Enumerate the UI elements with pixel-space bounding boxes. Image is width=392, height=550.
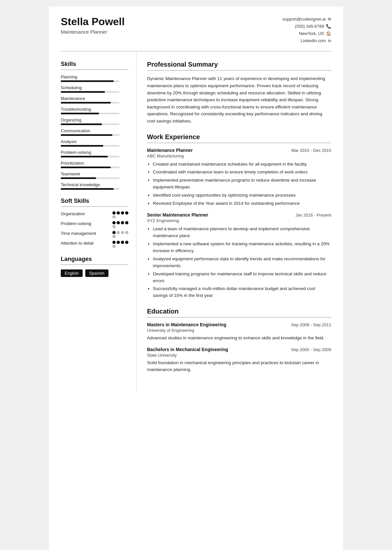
phone-text: (555) 345-6789 — [295, 23, 324, 30]
job-title: Maintenance Planner — [147, 148, 193, 153]
job-date: Jan 2016 - Present — [295, 213, 331, 218]
dots — [112, 241, 128, 248]
header-right: support@cvdesigner.ai ✉ (555) 345-6789 📞… — [283, 16, 331, 44]
header-left: Stella Powell Maintenance Planner — [61, 16, 125, 35]
education-entry: Bachelors in Mechanical Engineering Sep … — [147, 347, 331, 373]
dot — [112, 231, 116, 234]
dot — [112, 211, 116, 215]
summary-divider — [147, 70, 331, 71]
linkedin-text: LinkedIn.com — [301, 37, 326, 44]
edu-school: University of Engineering — [147, 328, 331, 333]
skill-bar-fill — [61, 123, 102, 125]
edu-school: State University — [147, 353, 331, 358]
dot — [125, 241, 128, 244]
skill-name: Scheduling — [61, 85, 128, 90]
dot — [121, 211, 124, 215]
dots-row — [112, 221, 128, 224]
job-bullet: Implemented a new software system for tr… — [153, 241, 331, 254]
summary-title: Professional Summary — [147, 61, 331, 68]
dots-row — [112, 241, 128, 244]
skill-bar-fill — [61, 167, 111, 168]
edu-desc: Advanced studies in maintenance engineer… — [147, 335, 331, 342]
soft-skill-item: Problem-solving — [61, 221, 128, 228]
phone-row: (555) 345-6789 📞 — [283, 23, 331, 30]
education-entry: Masters in Maintenance Engineering Sep 2… — [147, 322, 331, 342]
home-icon: 🏠 — [326, 30, 331, 37]
job-bullet: Lead a team of maintenance planners to d… — [153, 226, 331, 239]
languages-section-title: Languages — [61, 256, 128, 263]
skill-name: Problem-solving — [61, 150, 128, 155]
skills-list: Planning Scheduling Maintenance Troubles… — [61, 74, 128, 190]
job-bullet: Implemented preventative maintenance pro… — [153, 177, 331, 191]
summary-section: Professional Summary Dynamic Maintenance… — [147, 61, 331, 124]
dots — [112, 231, 128, 238]
dot — [117, 221, 120, 224]
skill-item: Planning — [61, 74, 128, 82]
job-header: Maintenance Planner Mar 2010 - Dec 2015 — [147, 148, 331, 153]
job-title: Senior Maintenance Planner — [147, 212, 208, 218]
skill-item: Analysis — [61, 139, 128, 147]
dots-row — [112, 211, 128, 215]
job-bullet: Received Employee of the Year award in 2… — [153, 200, 331, 207]
dot — [121, 221, 124, 224]
skill-bar-fill — [61, 102, 111, 104]
dot — [121, 241, 124, 244]
skill-name: Maintenance — [61, 96, 128, 101]
edu-degree: Masters in Maintenance Engineering — [147, 322, 226, 327]
dot — [112, 241, 116, 244]
skill-name: Teamwork — [61, 171, 128, 176]
skill-bar-fill — [61, 145, 103, 147]
dots-row — [112, 231, 128, 234]
skill-name: Planning — [61, 74, 128, 79]
skill-bar-bg — [61, 156, 120, 157]
skill-bar-bg — [61, 113, 120, 114]
dot — [125, 221, 128, 224]
skill-name: Prioritization — [61, 161, 128, 166]
candidate-title: Maintenance Planner — [61, 29, 125, 35]
dot — [117, 241, 120, 244]
dot — [112, 215, 116, 218]
skill-bar-bg — [61, 123, 120, 125]
skill-name: Troubleshooting — [61, 107, 128, 112]
email-text: support@cvdesigner.ai — [283, 16, 326, 23]
job-bullet: Created and maintained maintenance sched… — [153, 161, 331, 168]
skill-bar-fill — [61, 177, 96, 179]
dot — [112, 225, 116, 228]
skill-name: Organizing — [61, 118, 128, 122]
soft-skill-item: Time management — [61, 231, 128, 238]
skill-item: Prioritization — [61, 161, 128, 168]
skill-bar-fill — [61, 91, 105, 93]
location-text: NewYork, US — [299, 30, 324, 37]
summary-text: Dynamic Maintenance Planner with 11 year… — [147, 75, 331, 124]
job-bullets: Lead a team of maintenance planners to d… — [147, 226, 331, 299]
dots-row — [112, 215, 128, 218]
dot — [117, 231, 120, 234]
dots-row — [112, 245, 128, 248]
job-bullets: Created and maintained maintenance sched… — [147, 161, 331, 207]
skill-bar-bg — [61, 91, 120, 93]
soft-skills-section-title: Soft Skills — [61, 198, 128, 204]
dot — [112, 221, 116, 224]
skill-bar-bg — [61, 80, 120, 82]
job-company: XYZ Engineering — [147, 218, 331, 223]
soft-skills-list: Organization Problem-solving Time manage… — [61, 211, 128, 248]
email-icon: ✉ — [328, 16, 331, 23]
location-row: NewYork, US 🏠 — [283, 30, 331, 37]
edu-desc: Solid foundation in mechanical engineeri… — [147, 360, 331, 373]
dots-row — [112, 235, 128, 238]
skill-item: Teamwork — [61, 171, 128, 179]
soft-skill-name: Problem-solving — [61, 221, 97, 226]
education-title: Education — [147, 308, 331, 315]
dot — [125, 231, 128, 234]
skill-item: Troubleshooting — [61, 107, 128, 114]
dot — [121, 231, 124, 234]
experience-section: Work Experience Maintenance Planner Mar … — [147, 133, 331, 299]
jobs-list: Maintenance Planner Mar 2010 - Dec 2015 … — [147, 148, 331, 299]
skill-item: Technical knowledge — [61, 182, 128, 190]
edu-date: Sep 2005 - Sep 2009 — [291, 347, 331, 352]
dot — [125, 211, 128, 215]
skill-item: Problem-solving — [61, 150, 128, 157]
education-list: Masters in Maintenance Engineering Sep 2… — [147, 322, 331, 373]
main-content: Professional Summary Dynamic Maintenance… — [137, 52, 343, 391]
soft-skill-name: Attention to detail — [61, 241, 97, 246]
